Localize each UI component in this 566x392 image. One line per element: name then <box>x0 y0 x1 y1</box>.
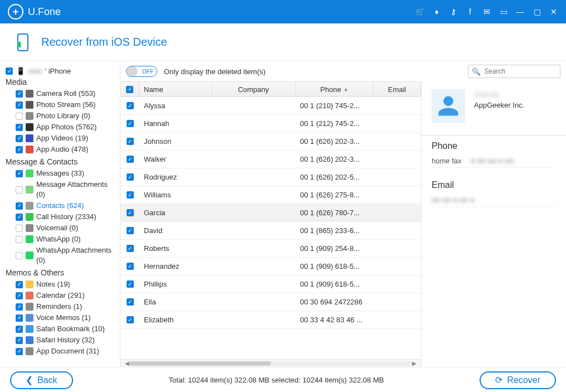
toolbar: OFF Only display the deleted item(s) 🔍 <box>120 61 566 81</box>
checkbox[interactable] <box>16 281 23 288</box>
recover-button[interactable]: ⟳ Recover <box>480 371 556 389</box>
col-phone[interactable]: Phone▲ <box>296 82 374 96</box>
row-checkbox[interactable] <box>127 120 134 127</box>
chevron-left-icon: ❮ <box>26 375 33 385</box>
col-company[interactable]: Company <box>212 82 296 96</box>
message-icon[interactable]: ▭ <box>499 7 508 16</box>
maximize-icon[interactable]: ▢ <box>533 7 541 16</box>
sidebar-item-callhist[interactable]: Call History (2334) <box>6 211 115 222</box>
aaudio-icon <box>26 146 33 153</box>
sort-asc-icon: ▲ <box>344 86 349 92</box>
checkbox[interactable] <box>16 124 23 131</box>
checkbox[interactable] <box>16 113 23 120</box>
search-box[interactable]: 🔍 <box>468 65 560 78</box>
close-icon[interactable]: ✕ <box>549 7 558 16</box>
sidebar-item-pstream[interactable]: Photo Stream (56) <box>6 99 115 110</box>
row-checkbox[interactable] <box>127 191 134 199</box>
sidebar-item-voicemail[interactable]: Voicemail (0) <box>6 222 115 234</box>
table-row[interactable]: Rodriguez00 1 (626) 202-5... <box>120 168 421 186</box>
back-button[interactable]: ❮ Back <box>10 371 73 389</box>
table-row[interactable]: Hernandez00 1 (909) 618-5... <box>120 258 421 275</box>
sidebar-item-aaudio[interactable]: App Audio (478) <box>6 144 115 155</box>
row-checkbox[interactable] <box>127 245 134 252</box>
select-all-checkbox[interactable] <box>126 86 133 93</box>
checkbox[interactable] <box>16 101 23 109</box>
sidebar-item-wa[interactable]: WhatsApp (0) <box>6 234 115 245</box>
sidebar-item-avideos[interactable]: App Videos (19) <box>6 133 115 144</box>
sidebar-item-calendar[interactable]: Calendar (291) <box>6 290 115 301</box>
checkbox[interactable] <box>16 326 23 333</box>
row-checkbox[interactable] <box>127 209 134 216</box>
row-checkbox[interactable] <box>127 263 134 270</box>
row-checkbox[interactable] <box>127 227 134 234</box>
table-row[interactable]: Alyssa00 1 (210) 745-2... <box>120 97 421 115</box>
col-name[interactable]: Name <box>139 82 212 96</box>
table-row[interactable]: Hannah00 1 (212) 745-2... <box>120 115 421 133</box>
deleted-only-toggle[interactable]: OFF <box>126 66 157 77</box>
row-checkbox[interactable] <box>127 138 134 145</box>
row-checkbox[interactable] <box>127 298 134 306</box>
sidebar-item-sbm[interactable]: Safari Bookmark (10) <box>6 323 115 335</box>
checkbox[interactable] <box>16 252 23 259</box>
checkbox[interactable] <box>16 214 23 221</box>
row-checkbox[interactable] <box>127 173 134 181</box>
checkbox[interactable] <box>16 348 23 355</box>
row-checkbox[interactable] <box>127 280 134 288</box>
table-row[interactable]: Roberts00 1 (909) 254-8... <box>120 240 421 258</box>
table-row[interactable]: Elizabeth00 33 4 42 83 46 ... <box>120 311 421 329</box>
row-checkbox[interactable] <box>127 156 134 163</box>
cell-name: Garcia <box>139 209 212 217</box>
sidebar-item-adoc[interactable]: App Document (31) <box>6 346 115 357</box>
sidebar-item-label: WhatsApp (0) <box>36 234 80 244</box>
table-row[interactable]: Ella00 30 694 2472286 <box>120 293 421 311</box>
col-email[interactable]: Email <box>374 82 421 96</box>
minimize-icon[interactable]: — <box>516 7 525 16</box>
row-checkbox[interactable] <box>127 316 134 323</box>
checkbox[interactable] <box>16 236 23 243</box>
cart-icon[interactable]: 🛒 <box>415 7 424 16</box>
sidebar-item-aphotos[interactable]: App Photos (5762) <box>6 122 115 133</box>
table-row[interactable]: Johnson00 1 (626) 202-3... <box>120 133 421 151</box>
sidebar-item-msgatt[interactable]: Message Attachments (0) <box>6 179 115 200</box>
row-checkbox[interactable] <box>127 102 134 109</box>
table-row[interactable]: Williams00 1 (626) 275-8... <box>120 186 421 204</box>
checkbox[interactable] <box>16 146 23 153</box>
sidebar-item-notes[interactable]: Notes (19) <box>6 279 115 290</box>
sidebar-item-contacts[interactable]: Contacts (624) <box>6 200 115 211</box>
checkbox[interactable] <box>16 314 23 322</box>
checkbox[interactable] <box>16 292 23 299</box>
checkbox[interactable] <box>16 337 23 344</box>
horizontal-scrollbar[interactable]: ◀ ▶ <box>120 359 421 367</box>
sidebar-item-reminders[interactable]: Reminders (1) <box>6 301 115 312</box>
table-row[interactable]: Phillips00 1 (909) 618-5... <box>120 275 421 293</box>
search-input[interactable] <box>484 67 557 75</box>
checkbox[interactable] <box>16 186 23 193</box>
sidebar-item-plib[interactable]: Photo Library (0) <box>6 110 115 122</box>
waatt-icon <box>26 251 33 259</box>
sidebar-item-messages[interactable]: Messages (33) <box>6 168 115 179</box>
checkbox[interactable] <box>16 303 23 311</box>
table-row[interactable]: Garcia00 1 (626) 780-7... <box>120 204 421 222</box>
checkbox[interactable] <box>16 202 23 210</box>
device-row[interactable]: 📱 ■■■ ' iPhone <box>6 67 115 75</box>
sidebar-item-label: Call History (2334) <box>36 212 96 222</box>
cell-phone: 00 33 4 42 83 46 ... <box>296 316 374 324</box>
device-checkbox[interactable] <box>6 67 13 75</box>
diamond-icon[interactable]: ♦ <box>432 7 441 16</box>
checkbox[interactable] <box>16 225 23 232</box>
sidebar-item-shist[interactable]: Safari History (32) <box>6 335 115 346</box>
table-row[interactable]: David00 1 (865) 233-6... <box>120 222 421 240</box>
notes-icon <box>26 280 33 288</box>
checkbox[interactable] <box>16 135 23 142</box>
facebook-icon[interactable]: f <box>466 7 475 16</box>
key-icon[interactable]: ⚷ <box>449 7 458 16</box>
feedback-icon[interactable]: ✉ <box>482 7 491 16</box>
sidebar-item-waatt[interactable]: WhatsApp Attachments (0) <box>6 245 115 266</box>
checkbox[interactable] <box>16 90 23 98</box>
sidebar-item-vmemos[interactable]: Voice Memos (1) <box>6 312 115 323</box>
table-row[interactable]: Walker00 1 (626) 202-3... <box>120 151 421 168</box>
table-body[interactable]: Alyssa00 1 (210) 745-2...Hannah00 1 (212… <box>120 97 421 359</box>
cell-name: Ella <box>139 298 212 306</box>
sidebar-item-camera[interactable]: Camera Roll (553) <box>6 88 115 99</box>
checkbox[interactable] <box>16 170 23 177</box>
